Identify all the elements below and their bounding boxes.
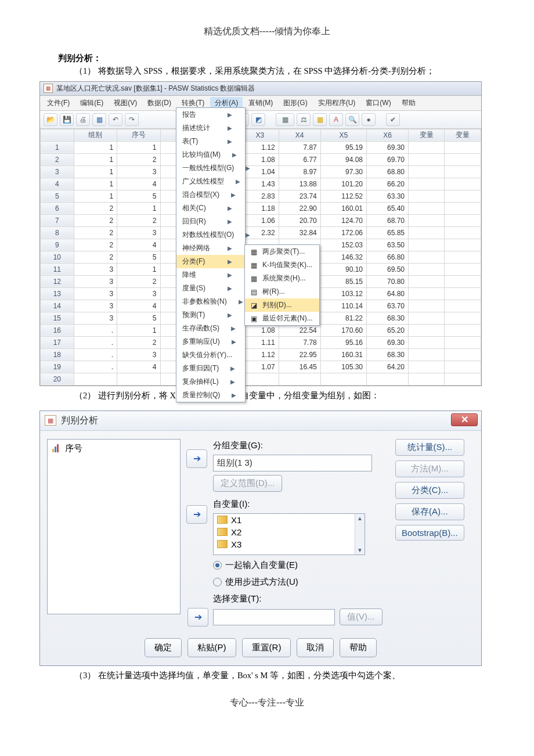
menu-item[interactable]: 广义线性模型▶ xyxy=(176,175,245,188)
menu-item[interactable]: 报告▶ xyxy=(176,108,245,121)
cell[interactable] xyxy=(409,263,445,275)
cell[interactable] xyxy=(409,190,445,202)
cell[interactable]: 1.18 xyxy=(241,202,279,214)
cell[interactable]: 1.08 xyxy=(241,153,279,165)
cell[interactable]: 64.20 xyxy=(366,361,408,373)
menu-item[interactable]: 复杂抽样(L)▶ xyxy=(176,375,245,388)
cell[interactable]: 3 xyxy=(117,287,160,300)
cell[interactable]: 172.06 xyxy=(320,226,366,239)
menu-view[interactable]: 视图(V) xyxy=(109,97,142,109)
cell[interactable] xyxy=(445,373,481,385)
cell[interactable]: 95.16 xyxy=(320,336,366,348)
cell[interactable]: 5 xyxy=(117,251,160,263)
cell[interactable] xyxy=(445,287,481,300)
cell[interactable]: 1 xyxy=(74,141,117,153)
cell[interactable]: 1.12 xyxy=(241,348,279,361)
tool-open-icon[interactable]: 📂 xyxy=(44,113,57,126)
cell[interactable]: 2.83 xyxy=(241,190,279,202)
row-header[interactable]: 6 xyxy=(41,202,74,214)
cell[interactable] xyxy=(445,251,481,263)
cell[interactable]: 3 xyxy=(74,263,117,275)
cell[interactable]: 103.12 xyxy=(320,287,366,300)
cell[interactable] xyxy=(409,251,445,263)
menu-item[interactable]: 混合模型(X)▶ xyxy=(176,188,245,201)
cell[interactable] xyxy=(445,165,481,178)
cell[interactable]: . xyxy=(74,336,117,348)
menu-item[interactable]: 神经网络▶ xyxy=(176,242,245,255)
tool-goto-icon[interactable]: ● xyxy=(362,113,376,126)
cell[interactable]: 2 xyxy=(117,275,160,287)
cell[interactable]: 3 xyxy=(117,165,160,178)
cell[interactable]: 2 xyxy=(74,214,117,226)
cell[interactable]: 2 xyxy=(117,214,160,226)
cell[interactable] xyxy=(409,300,445,312)
cell[interactable] xyxy=(279,373,320,385)
cell[interactable]: 2 xyxy=(117,336,160,348)
cell[interactable] xyxy=(445,178,481,190)
cell[interactable]: 7.87 xyxy=(279,141,320,153)
cell[interactable]: 69.70 xyxy=(366,153,408,165)
row-header[interactable]: 10 xyxy=(41,251,74,263)
cell[interactable]: 1.11 xyxy=(241,336,279,348)
cell[interactable]: 1.07 xyxy=(241,361,279,373)
cell[interactable]: 124.70 xyxy=(320,214,366,226)
cell[interactable]: 68.70 xyxy=(366,214,408,226)
method-button[interactable]: 方法(M)... xyxy=(395,460,464,477)
menu-item[interactable]: 多重归因(T)▶ xyxy=(176,362,245,375)
col-header[interactable]: X5 xyxy=(320,129,366,141)
tool-save-icon[interactable]: 💾 xyxy=(60,113,74,126)
cell[interactable]: 1.06 xyxy=(241,214,279,226)
cell[interactable]: 1.12 xyxy=(241,141,279,153)
cell[interactable]: 2 xyxy=(74,239,117,251)
cell[interactable]: 1 xyxy=(74,165,117,178)
source-variable-list[interactable]: 序号 xyxy=(47,439,181,614)
cell[interactable]: 1.43 xyxy=(241,178,279,190)
menu-item[interactable]: 对数线性模型(O)▶ xyxy=(176,228,245,242)
cell[interactable]: 3 xyxy=(74,275,117,287)
list-item[interactable]: X3 xyxy=(214,538,365,550)
col-header[interactable]: 变量 xyxy=(445,129,481,141)
menu-direct[interactable]: 直销(M) xyxy=(244,97,277,109)
menu-item[interactable]: 回归(R)▶ xyxy=(176,215,245,228)
col-header[interactable]: X6 xyxy=(366,129,408,141)
reset-button[interactable]: 重置(R) xyxy=(242,638,291,657)
cell[interactable]: 90.10 xyxy=(320,263,366,275)
cell[interactable]: 66.80 xyxy=(366,251,408,263)
cell[interactable]: 69.30 xyxy=(366,141,408,153)
cell[interactable] xyxy=(409,141,445,153)
cell[interactable]: 7.78 xyxy=(279,336,320,348)
spss-menubar[interactable]: 文件(F) 编辑(E) 视图(V) 数据(D) 转换(T) 分析(A) 直销(M… xyxy=(40,96,481,111)
row-header[interactable]: 15 xyxy=(41,312,74,324)
tool-find-icon[interactable]: 🔍 xyxy=(345,113,359,126)
cell[interactable]: 1 xyxy=(74,190,117,202)
cell[interactable]: 66.20 xyxy=(366,178,408,190)
cell[interactable]: 20.70 xyxy=(279,214,320,226)
cell[interactable] xyxy=(445,348,481,361)
menu-item[interactable]: 生存函数(S)▶ xyxy=(176,322,245,335)
radio-enter-together[interactable]: 一起输入自变量(E) xyxy=(213,560,298,571)
tool-redo-icon[interactable]: ↷ xyxy=(125,113,139,126)
value-button[interactable]: 值(V)... xyxy=(340,609,383,625)
cell[interactable] xyxy=(445,214,481,226)
cell[interactable] xyxy=(409,214,445,226)
bootstrap-button[interactable]: Bootstrap(B)... xyxy=(395,525,464,541)
cell[interactable]: 152.03 xyxy=(320,239,366,251)
cell[interactable] xyxy=(320,373,366,385)
submenu-item[interactable]: ▦系统聚类(H)... xyxy=(245,272,319,285)
menu-graphs[interactable]: 图形(G) xyxy=(279,97,312,109)
cell[interactable] xyxy=(445,336,481,348)
tool-undo-icon[interactable]: ↶ xyxy=(109,113,122,126)
menu-edit[interactable]: 编辑(E) xyxy=(75,97,108,109)
cancel-button[interactable]: 取消 xyxy=(297,638,334,657)
cell[interactable]: 95.19 xyxy=(320,141,366,153)
list-item[interactable]: X1 xyxy=(214,514,365,526)
cell[interactable]: 8.97 xyxy=(279,165,320,178)
menu-item[interactable]: 缺失值分析(Y)... xyxy=(176,348,245,362)
menu-item[interactable]: 降维▶ xyxy=(176,268,245,282)
col-header[interactable]: X3 xyxy=(241,129,279,141)
classify-button[interactable]: 分类(C)... xyxy=(395,482,464,499)
menu-item[interactable]: 预测(T)▶ xyxy=(176,308,245,322)
menu-data[interactable]: 数据(D) xyxy=(143,97,176,109)
menu-window[interactable]: 窗口(W) xyxy=(361,97,395,109)
tool-print-icon[interactable]: 🖨 xyxy=(76,113,90,126)
